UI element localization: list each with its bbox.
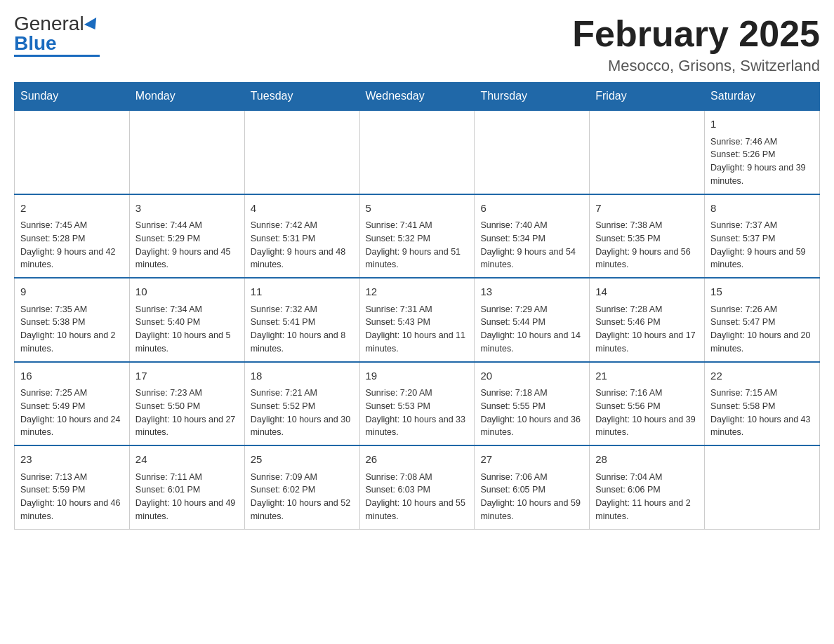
header-friday: Friday	[590, 83, 705, 111]
day-number: 24	[135, 452, 239, 468]
day-number: 23	[20, 452, 124, 468]
day-info: Sunrise: 7:34 AMSunset: 5:40 PMDaylight:…	[135, 303, 239, 356]
calendar-table: Sunday Monday Tuesday Wednesday Thursday…	[14, 82, 820, 530]
day-info: Sunrise: 7:42 AMSunset: 5:31 PMDaylight:…	[251, 219, 354, 271]
day-number: 25	[251, 452, 354, 468]
day-cell: 10Sunrise: 7:34 AMSunset: 5:40 PMDayligh…	[129, 278, 244, 362]
day-info: Sunrise: 7:08 AMSunset: 6:03 PMDaylight:…	[366, 471, 469, 523]
month-title: February 2025	[572, 14, 820, 54]
day-cell: 14Sunrise: 7:28 AMSunset: 5:46 PMDayligh…	[590, 278, 705, 362]
header-monday: Monday	[129, 83, 244, 111]
day-cell: 11Sunrise: 7:32 AMSunset: 5:41 PMDayligh…	[244, 278, 359, 362]
day-cell: 1Sunrise: 7:46 AMSunset: 5:26 PMDaylight…	[705, 110, 820, 194]
day-cell	[475, 110, 590, 194]
day-cell	[359, 110, 475, 194]
day-cell: 18Sunrise: 7:21 AMSunset: 5:52 PMDayligh…	[244, 362, 359, 446]
day-info: Sunrise: 7:26 AMSunset: 5:47 PMDaylight:…	[710, 303, 814, 356]
day-info: Sunrise: 7:46 AMSunset: 5:26 PMDaylight:…	[710, 135, 814, 188]
day-cell: 15Sunrise: 7:26 AMSunset: 5:47 PMDayligh…	[705, 278, 820, 362]
day-cell: 20Sunrise: 7:18 AMSunset: 5:55 PMDayligh…	[475, 362, 590, 446]
title-block: February 2025 Mesocco, Grisons, Switzerl…	[572, 14, 820, 75]
day-info: Sunrise: 7:31 AMSunset: 5:43 PMDaylight:…	[366, 303, 469, 356]
day-info: Sunrise: 7:18 AMSunset: 5:55 PMDaylight:…	[480, 387, 583, 439]
day-number: 3	[135, 201, 239, 217]
day-cell: 21Sunrise: 7:16 AMSunset: 5:56 PMDayligh…	[590, 362, 705, 446]
day-info: Sunrise: 7:23 AMSunset: 5:50 PMDaylight:…	[135, 387, 239, 439]
day-info: Sunrise: 7:13 AMSunset: 5:59 PMDaylight:…	[20, 471, 124, 523]
logo: General Blue	[14, 14, 100, 57]
day-cell: 16Sunrise: 7:25 AMSunset: 5:49 PMDayligh…	[15, 362, 130, 446]
day-info: Sunrise: 7:45 AMSunset: 5:28 PMDaylight:…	[20, 219, 124, 271]
day-number: 18	[251, 368, 354, 384]
day-cell: 2Sunrise: 7:45 AMSunset: 5:28 PMDaylight…	[15, 194, 130, 279]
header-wednesday: Wednesday	[359, 83, 475, 111]
logo-blue: Blue	[14, 32, 57, 54]
weekday-header-row: Sunday Monday Tuesday Wednesday Thursday…	[15, 83, 820, 111]
day-info: Sunrise: 7:25 AMSunset: 5:49 PMDaylight:…	[20, 387, 124, 439]
header-sunday: Sunday	[15, 83, 130, 111]
logo-triangle-icon	[84, 18, 100, 33]
day-number: 14	[595, 284, 699, 300]
day-number: 13	[480, 284, 583, 300]
day-info: Sunrise: 7:38 AMSunset: 5:35 PMDaylight:…	[595, 219, 699, 271]
day-cell: 6Sunrise: 7:40 AMSunset: 5:34 PMDaylight…	[475, 194, 590, 279]
day-cell: 25Sunrise: 7:09 AMSunset: 6:02 PMDayligh…	[244, 445, 359, 529]
day-cell: 9Sunrise: 7:35 AMSunset: 5:38 PMDaylight…	[15, 278, 130, 362]
day-info: Sunrise: 7:28 AMSunset: 5:46 PMDaylight:…	[595, 303, 699, 356]
week-row-1: 1Sunrise: 7:46 AMSunset: 5:26 PMDaylight…	[15, 110, 820, 194]
day-cell	[129, 110, 244, 194]
day-cell: 26Sunrise: 7:08 AMSunset: 6:03 PMDayligh…	[359, 445, 475, 529]
day-number: 2	[20, 201, 124, 217]
day-number: 1	[710, 116, 814, 133]
day-cell: 22Sunrise: 7:15 AMSunset: 5:58 PMDayligh…	[705, 362, 820, 446]
day-info: Sunrise: 7:41 AMSunset: 5:32 PMDaylight:…	[366, 219, 469, 271]
day-number: 8	[710, 201, 814, 217]
week-row-5: 23Sunrise: 7:13 AMSunset: 5:59 PMDayligh…	[15, 445, 820, 529]
day-number: 6	[480, 201, 583, 217]
day-cell: 23Sunrise: 7:13 AMSunset: 5:59 PMDayligh…	[15, 445, 130, 529]
day-info: Sunrise: 7:16 AMSunset: 5:56 PMDaylight:…	[595, 387, 699, 439]
week-row-3: 9Sunrise: 7:35 AMSunset: 5:38 PMDaylight…	[15, 278, 820, 362]
day-number: 19	[366, 368, 469, 384]
day-info: Sunrise: 7:06 AMSunset: 6:05 PMDaylight:…	[480, 471, 583, 523]
day-number: 16	[20, 368, 124, 384]
day-cell: 13Sunrise: 7:29 AMSunset: 5:44 PMDayligh…	[475, 278, 590, 362]
day-info: Sunrise: 7:29 AMSunset: 5:44 PMDaylight:…	[480, 303, 583, 356]
day-number: 22	[710, 368, 814, 384]
day-cell: 5Sunrise: 7:41 AMSunset: 5:32 PMDaylight…	[359, 194, 475, 279]
day-cell: 3Sunrise: 7:44 AMSunset: 5:29 PMDaylight…	[129, 194, 244, 279]
day-cell	[590, 110, 705, 194]
day-number: 26	[366, 452, 469, 468]
day-info: Sunrise: 7:21 AMSunset: 5:52 PMDaylight:…	[251, 387, 354, 439]
day-number: 9	[20, 284, 124, 300]
day-info: Sunrise: 7:15 AMSunset: 5:58 PMDaylight:…	[710, 387, 814, 439]
day-cell: 19Sunrise: 7:20 AMSunset: 5:53 PMDayligh…	[359, 362, 475, 446]
day-info: Sunrise: 7:37 AMSunset: 5:37 PMDaylight:…	[710, 219, 814, 271]
day-info: Sunrise: 7:44 AMSunset: 5:29 PMDaylight:…	[135, 219, 239, 271]
day-number: 17	[135, 368, 239, 384]
day-cell	[705, 445, 820, 529]
day-cell: 24Sunrise: 7:11 AMSunset: 6:01 PMDayligh…	[129, 445, 244, 529]
day-info: Sunrise: 7:11 AMSunset: 6:01 PMDaylight:…	[135, 471, 239, 523]
header-saturday: Saturday	[705, 83, 820, 111]
location-subtitle: Mesocco, Grisons, Switzerland	[572, 57, 820, 75]
logo-underline	[14, 55, 100, 57]
day-info: Sunrise: 7:32 AMSunset: 5:41 PMDaylight:…	[251, 303, 354, 356]
day-cell: 12Sunrise: 7:31 AMSunset: 5:43 PMDayligh…	[359, 278, 475, 362]
header-thursday: Thursday	[475, 83, 590, 111]
day-number: 10	[135, 284, 239, 300]
day-info: Sunrise: 7:35 AMSunset: 5:38 PMDaylight:…	[20, 303, 124, 356]
logo-text: General Blue	[14, 14, 100, 53]
week-row-2: 2Sunrise: 7:45 AMSunset: 5:28 PMDaylight…	[15, 194, 820, 279]
day-info: Sunrise: 7:09 AMSunset: 6:02 PMDaylight:…	[251, 471, 354, 523]
day-info: Sunrise: 7:04 AMSunset: 6:06 PMDaylight:…	[595, 471, 699, 523]
day-number: 5	[366, 201, 469, 217]
day-cell: 4Sunrise: 7:42 AMSunset: 5:31 PMDaylight…	[244, 194, 359, 279]
day-cell: 28Sunrise: 7:04 AMSunset: 6:06 PMDayligh…	[590, 445, 705, 529]
day-cell: 17Sunrise: 7:23 AMSunset: 5:50 PMDayligh…	[129, 362, 244, 446]
day-cell: 7Sunrise: 7:38 AMSunset: 5:35 PMDaylight…	[590, 194, 705, 279]
page-header: General Blue February 2025 Mesocco, Gris…	[14, 14, 820, 75]
day-cell: 8Sunrise: 7:37 AMSunset: 5:37 PMDaylight…	[705, 194, 820, 279]
day-cell	[15, 110, 130, 194]
day-number: 20	[480, 368, 583, 384]
